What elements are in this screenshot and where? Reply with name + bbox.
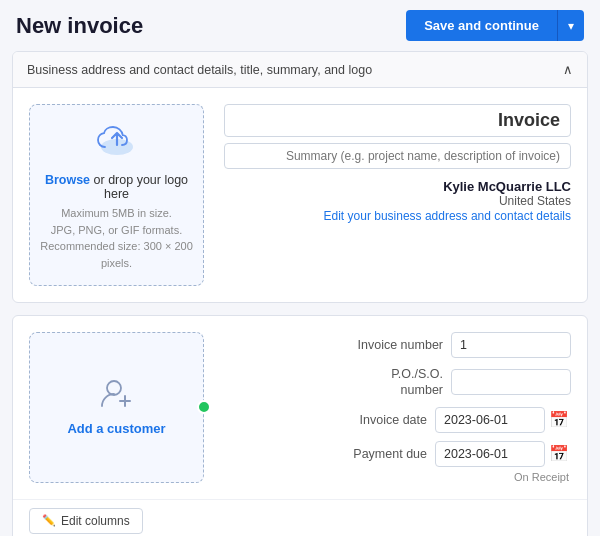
upload-hint: Maximum 5MB in size. JPG, PNG, or GIF fo…: [40, 205, 193, 271]
business-section-body: Browse or drop your logo here Maximum 5M…: [13, 88, 587, 302]
invoice-date-label: Invoice date: [347, 413, 427, 427]
on-receipt-note: On Receipt: [220, 471, 571, 483]
edit-columns-row: ✏️ Edit columns: [13, 499, 587, 537]
invoice-date-row: Invoice date 📅: [220, 407, 571, 433]
invoice-date-input[interactable]: [435, 407, 545, 433]
pencil-icon: ✏️: [42, 514, 56, 527]
add-customer-icon: [100, 378, 134, 415]
summary-input[interactable]: [224, 143, 571, 169]
payment-due-row: Payment due 📅: [220, 441, 571, 467]
invoice-number-label: Invoice number: [358, 338, 443, 352]
upload-hint-size: Maximum 5MB in size.: [40, 205, 193, 222]
chevron-down-icon: ▾: [568, 19, 574, 33]
edit-columns-button[interactable]: ✏️ Edit columns: [29, 508, 143, 534]
save-dropdown-button[interactable]: ▾: [557, 10, 584, 41]
browse-link[interactable]: Browse: [45, 173, 90, 187]
edit-business-link[interactable]: Edit your business address and contact d…: [324, 209, 571, 223]
payment-due-calendar-button[interactable]: 📅: [547, 442, 571, 465]
invoice-title-input[interactable]: [224, 104, 571, 137]
po-so-label: P.O./S.O. number: [363, 366, 443, 399]
company-info: Kylie McQuarrie LLC United States Edit y…: [224, 179, 571, 223]
payment-due-input[interactable]: [435, 441, 545, 467]
fields-section: Add a customer Invoice number P.O./S.O. …: [12, 315, 588, 536]
fields-section-body: Add a customer Invoice number P.O./S.O. …: [13, 316, 587, 499]
collapse-icon: ∧: [563, 62, 573, 77]
page-header: New invoice Save and continue ▾: [0, 0, 600, 51]
payment-due-label: Payment due: [347, 447, 427, 461]
save-and-continue-button[interactable]: Save and continue: [406, 10, 557, 41]
business-section-header[interactable]: Business address and contact details, ti…: [13, 52, 587, 88]
cloud-upload-icon: [95, 119, 139, 165]
or-drop-text: or drop your logo here: [90, 173, 188, 201]
payment-due-wrapper: 📅: [435, 441, 571, 467]
upload-hint-format: JPG, PNG, or GIF formats.: [40, 222, 193, 239]
upload-hint-recommended: Recommended size: 300 × 200 pixels.: [40, 238, 193, 271]
svg-point-1: [107, 381, 121, 395]
invoice-date-calendar-button[interactable]: 📅: [547, 408, 571, 431]
logo-upload-area[interactable]: Browse or drop your logo here Maximum 5M…: [29, 104, 204, 286]
invoice-date-wrapper: 📅: [435, 407, 571, 433]
po-so-row: P.O./S.O. number: [220, 366, 571, 399]
edit-columns-label: Edit columns: [61, 514, 130, 528]
header-actions: Save and continue ▾: [406, 10, 584, 41]
invoice-fields: Invoice number P.O./S.O. number Invoice …: [220, 332, 571, 483]
add-customer-label[interactable]: Add a customer: [67, 421, 165, 436]
invoice-number-input[interactable]: [451, 332, 571, 358]
invoice-number-row: Invoice number: [220, 332, 571, 358]
customer-status-dot: [197, 400, 211, 414]
company-name: Kylie McQuarrie LLC: [224, 179, 571, 194]
browse-text: Browse or drop your logo here: [40, 173, 193, 201]
business-section: Business address and contact details, ti…: [12, 51, 588, 303]
add-customer-area[interactable]: Add a customer: [29, 332, 204, 483]
invoice-info: Kylie McQuarrie LLC United States Edit y…: [224, 104, 571, 286]
business-section-label: Business address and contact details, ti…: [27, 63, 372, 77]
page-title: New invoice: [16, 13, 143, 39]
company-country: United States: [224, 194, 571, 208]
po-so-input[interactable]: [451, 369, 571, 395]
